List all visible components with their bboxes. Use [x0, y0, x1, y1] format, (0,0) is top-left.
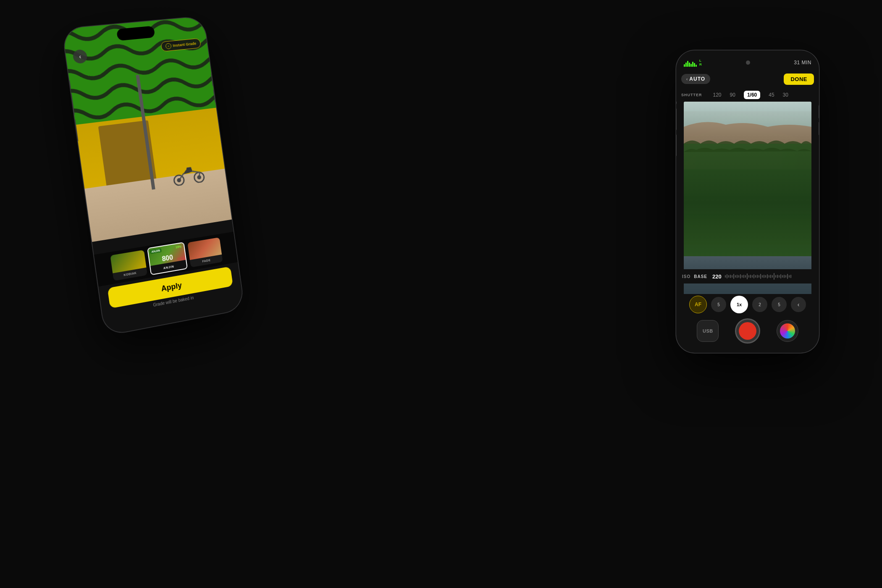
zoom-5b-button[interactable]: 5 — [772, 297, 787, 312]
tick — [725, 275, 726, 278]
tick — [772, 275, 773, 278]
zoom-1x-button[interactable]: 1x — [730, 296, 748, 313]
bar7 — [694, 63, 695, 67]
zoom-1x-label: 1x — [737, 302, 742, 307]
back-chevron: ‹ — [798, 301, 800, 308]
af-button[interactable]: AF — [689, 296, 707, 313]
audio-meter-left — [684, 58, 697, 67]
motorcycle — [171, 159, 206, 186]
tick — [777, 275, 778, 278]
tick — [733, 274, 734, 279]
tick — [727, 274, 727, 278]
instant-grade-icon: + — [165, 43, 171, 49]
status-bar: L R 31 MIN — [676, 50, 819, 71]
auto-button[interactable]: ‹ AUTO — [681, 74, 710, 84]
anjin-sub: X-TRA — [177, 257, 184, 260]
zoom-5b-label: 5 — [778, 302, 780, 307]
tick — [755, 275, 756, 278]
camera-dot — [746, 60, 750, 65]
tick — [774, 273, 774, 280]
viewfinder — [684, 102, 811, 295]
tick — [748, 275, 749, 278]
lut-wheel — [780, 323, 795, 339]
iso-slider[interactable] — [725, 272, 813, 281]
shutter-row: SHUTTER 120 90 1/60 45 30 — [676, 88, 819, 102]
record-inner — [739, 322, 756, 340]
pr-vol-up — [676, 108, 677, 130]
iso-label: ISO — [682, 274, 690, 279]
tick — [782, 275, 783, 278]
bar5 — [690, 64, 692, 67]
tick — [760, 274, 761, 279]
zoom-5-label: 5 — [717, 302, 720, 307]
zoom-5-button[interactable]: 5 — [711, 297, 726, 312]
action-bar: USB — [676, 318, 819, 344]
tick — [789, 275, 790, 278]
usb-label: USB — [703, 328, 713, 333]
top-controls: ‹ AUTO DONE — [676, 70, 819, 88]
done-label: DONE — [790, 76, 807, 82]
shutter-120[interactable]: 120 — [713, 92, 722, 98]
photo-area — [62, 16, 232, 242]
back-button-right[interactable]: ‹ — [791, 297, 806, 312]
preset-card-fade[interactable]: FADE — [187, 237, 223, 268]
shutter-label: SHUTTER — [681, 93, 702, 97]
iso-tick-container — [725, 273, 813, 280]
bar3 — [687, 61, 688, 67]
af-label: AF — [695, 302, 701, 307]
r-label: R — [699, 63, 702, 67]
phone-right: L R 31 MIN ‹ AUTO DONE SHUTTER 120 90 1/… — [676, 50, 819, 353]
anjin-brand: ANJIN — [150, 248, 162, 254]
tick — [745, 275, 746, 278]
svg-rect-6 — [684, 144, 811, 261]
tick — [735, 275, 736, 278]
record-button[interactable] — [735, 318, 760, 344]
instant-grade-label: Instant Grade — [173, 41, 197, 48]
tick — [770, 275, 771, 278]
tick — [785, 275, 786, 278]
tick — [790, 275, 791, 278]
tick — [757, 275, 758, 278]
shutter-45[interactable]: 45 — [769, 92, 774, 98]
tick — [764, 275, 764, 278]
bar6 — [692, 62, 693, 67]
usb-button[interactable]: USB — [697, 320, 719, 342]
phone-left: ‹ + Instant Grade — [62, 16, 244, 336]
tick — [762, 275, 763, 278]
preset-card-kodiak[interactable]: Kodiak — [110, 249, 147, 281]
apply-label: Apply — [160, 281, 182, 294]
tick — [784, 275, 785, 278]
tick — [787, 274, 788, 279]
tick — [759, 275, 759, 278]
pr-vol-down — [676, 134, 677, 156]
zoom-2-label: 2 — [759, 302, 761, 307]
auto-chevron: ‹ — [686, 77, 688, 81]
vf-scene — [684, 102, 811, 295]
tick — [747, 273, 748, 279]
bottom-controls: AF 5 1x 2 5 ‹ — [676, 294, 819, 315]
zoom-2-button[interactable]: 2 — [752, 297, 767, 312]
tick — [780, 274, 781, 278]
tick — [752, 275, 753, 278]
tick — [730, 275, 731, 278]
svg-point-4 — [197, 175, 202, 180]
tick — [775, 275, 776, 278]
tick — [779, 275, 780, 278]
tick — [740, 274, 741, 278]
pr-btn-2 — [819, 122, 819, 135]
done-button[interactable]: DONE — [784, 74, 814, 85]
bar1 — [684, 64, 685, 67]
lut-button[interactable] — [777, 320, 798, 342]
shutter-active[interactable]: 1/60 — [744, 91, 760, 99]
tick — [732, 275, 732, 278]
shutter-30[interactable]: 30 — [783, 92, 788, 98]
preset-card-anjin[interactable]: ANJIN 19% 800 X-TRA ANJIN — [147, 242, 188, 275]
lr-label: L R — [699, 59, 702, 67]
time-remaining: 31 MIN — [794, 60, 811, 66]
shutter-90[interactable]: 90 — [730, 92, 735, 98]
tick — [753, 274, 754, 278]
anjin-iso: 800 — [162, 254, 173, 262]
bar4 — [689, 63, 690, 67]
iso-value: 220 — [712, 273, 722, 280]
tick — [767, 274, 768, 278]
